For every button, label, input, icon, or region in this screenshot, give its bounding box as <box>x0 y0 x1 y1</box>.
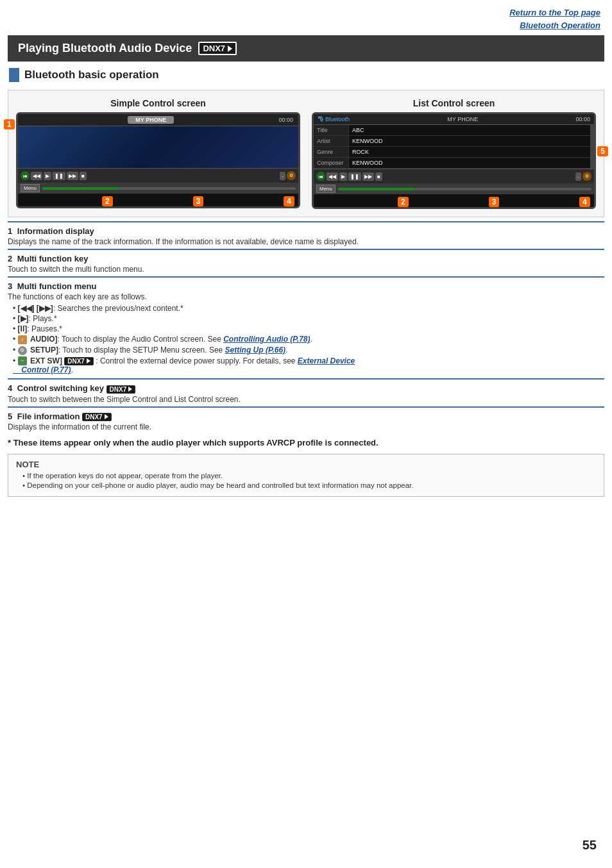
info-num-3: 3 <box>8 281 12 291</box>
warning-text: * These items appear only when the audio… <box>8 438 604 447</box>
list-rows: Title ABC Artist KENWOOD Genre ROCK <box>314 125 590 169</box>
simple-vol-minus[interactable]: - <box>280 172 285 180</box>
list-play-btn[interactable]: ▶ <box>339 172 347 181</box>
list-scrollbar <box>590 125 594 169</box>
list-pause-btn[interactable]: ❚❚ <box>348 172 361 181</box>
info-text-2: Touch to switch the multi function menu. <box>8 265 604 274</box>
list-settings-icon: ⚙ <box>582 172 591 181</box>
page-title: Playing Bluetooth Audio Device <box>18 42 192 55</box>
ext-icon: ↔ <box>18 356 27 365</box>
list-vol-minus[interactable]: - <box>575 172 581 181</box>
info-text-3: The functions of each key are as follows… <box>8 292 604 301</box>
simple-prev-btn[interactable]: ⏮ <box>21 171 30 180</box>
simple-callouts: 2 3 4 <box>18 194 298 206</box>
list-topbar-bt-label: Bluetooth <box>325 116 350 122</box>
list-screen-block: List Control screen 5 ⮷ Bluetooth MY PHO… <box>312 98 596 209</box>
info-row-5: 5 File information DNX7 Displays the inf… <box>8 406 604 434</box>
callout-5: 5 <box>597 146 608 156</box>
list-rew-btn[interactable]: ◀◀ <box>327 172 338 181</box>
setup-link[interactable]: Setting Up (P.66) <box>225 346 285 355</box>
list-callout-2: 2 <box>398 197 409 207</box>
simple-callout-2: 2 <box>102 196 113 206</box>
info-row-3: 3 Multi function menu The functions of e… <box>8 276 604 378</box>
dnx7-label: DNX7 <box>203 44 225 53</box>
simple-callout-4: 4 <box>284 196 294 206</box>
info-section: 1 Information display Displays the name … <box>8 221 604 434</box>
list-label-composer: Composer <box>314 158 349 168</box>
list-label-title: Title <box>314 125 349 135</box>
setup-icon: ⚙ <box>18 346 27 355</box>
main-title-bar: Playing Bluetooth Audio Device DNX7 <box>8 35 604 62</box>
section-color-box <box>9 68 19 82</box>
simple-rew-btn[interactable]: ◀◀ <box>31 172 42 180</box>
inline-arrow-icon-4 <box>128 387 132 392</box>
audio-icon: ♪ <box>18 335 27 344</box>
simple-device-screen: 1 MY PHONE 00:00 ⏮ ◀◀ ▶ <box>16 112 300 208</box>
simple-stop-btn[interactable]: ■ <box>80 172 87 180</box>
dnx7-badge-5: DNX7 <box>82 413 112 421</box>
bullet-item-6: ↔ EXT SW] DNX7 : Control the external de… <box>8 356 604 375</box>
note-title: NOTE <box>16 460 596 469</box>
info-title-2: Multi function key <box>17 254 89 263</box>
list-menu-indicator: Menu <box>316 185 336 193</box>
list-menu-slider <box>338 188 591 190</box>
list-menu-slider-fill <box>338 188 414 190</box>
info-text-4: Touch to switch between the Simple Contr… <box>8 395 604 404</box>
simple-screen-block: Simple Control screen 1 MY PHONE 00:00 <box>16 98 300 209</box>
info-num-4: 4 <box>8 383 12 393</box>
simple-control-bar: ⏮ ◀◀ ▶ ❚❚ ▶▶ ■ - ⚙ <box>18 168 298 183</box>
list-device-inner: ⮷ Bluetooth MY PHONE 00:00 Title AB <box>314 114 594 194</box>
info-heading-2: 2 Multi function key <box>8 254 604 263</box>
list-topbar: ⮷ Bluetooth MY PHONE 00:00 <box>314 114 594 125</box>
page-number: 55 <box>582 838 597 853</box>
list-prev-btn[interactable]: ⏮ <box>316 172 325 181</box>
info-text-1: Displays the name of the track informati… <box>8 237 604 246</box>
list-label-genre: Genre <box>314 147 349 157</box>
section-header: Bluetooth basic operation <box>0 62 612 86</box>
simple-album-art <box>18 126 298 168</box>
dnx7-badge: DNX7 <box>198 42 237 55</box>
inline-arrow-icon-5 <box>105 414 108 419</box>
return-top-link[interactable]: Return to the Top page <box>12 6 600 19</box>
list-stop-btn[interactable]: ■ <box>375 172 382 181</box>
bluetooth-operation-link[interactable]: Bluetooth Operation <box>12 19 600 32</box>
list-fwd-btn[interactable]: ▶▶ <box>362 172 374 181</box>
info-row-1: 1 Information display Displays the name … <box>8 221 604 249</box>
list-control-bar: ⏮ ◀◀ ▶ ❚❚ ▶▶ ■ - ⚙ <box>314 169 594 183</box>
bullet-item-1: [◀◀] [▶▶]: Searches the previous/next co… <box>8 304 604 313</box>
note-box: NOTE If the operation keys do not appear… <box>8 454 604 497</box>
simple-play-btn[interactable]: ▶ <box>44 172 51 180</box>
bullet-item-2: [▶]: Plays.* <box>8 314 604 323</box>
simple-fwd-btn[interactable]: ▶▶ <box>67 172 78 180</box>
bullet-item-3: [II]: Pauses.* <box>8 324 604 333</box>
inline-arrow-icon <box>87 358 90 363</box>
list-value-title: ABC <box>349 125 590 135</box>
simple-topbar: MY PHONE 00:00 <box>18 114 298 126</box>
info-title-3: Multi function menu <box>17 281 96 291</box>
list-row-genre: Genre ROCK <box>314 147 590 158</box>
audio-link[interactable]: Controlling Audio (P.78) <box>223 335 310 344</box>
list-label-artist: Artist <box>314 136 349 146</box>
simple-menu-indicator: Menu <box>21 184 40 192</box>
note-item-2: Depending on your cell-phone or audio pl… <box>16 481 596 489</box>
list-row-composer: Composer KENWOOD <box>314 158 590 169</box>
simple-menu-slider <box>42 187 296 190</box>
simple-menu-slider-fill <box>42 187 118 190</box>
list-row-artist: Artist KENWOOD <box>314 136 590 147</box>
list-menu-bar: Menu <box>314 183 594 194</box>
list-callout-4: 4 <box>579 197 590 207</box>
section-title: Bluetooth basic operation <box>24 69 159 81</box>
top-links: Return to the Top page Bluetooth Operati… <box>0 0 612 35</box>
list-callout-3: 3 <box>489 197 500 207</box>
list-items-area: Title ABC Artist KENWOOD Genre ROCK <box>314 125 594 169</box>
info-title-5: File information <box>17 412 80 421</box>
list-topbar-center: MY PHONE <box>447 116 478 122</box>
info-heading-5: 5 File information DNX7 <box>8 412 604 421</box>
simple-pause-btn[interactable]: ❚❚ <box>53 172 65 180</box>
list-topbar-bt: ⮷ Bluetooth <box>318 116 350 122</box>
bullet-list-3: [◀◀] [▶▶]: Searches the previous/next co… <box>8 304 604 374</box>
simple-device-inner: MY PHONE 00:00 ⏮ ◀◀ ▶ ❚❚ ▶▶ ■ - <box>18 114 298 194</box>
info-row-4: 4 Control switching key DNX7 Touch to sw… <box>8 378 604 406</box>
info-num-5: 5 <box>8 412 12 421</box>
list-value-genre: ROCK <box>349 147 590 157</box>
